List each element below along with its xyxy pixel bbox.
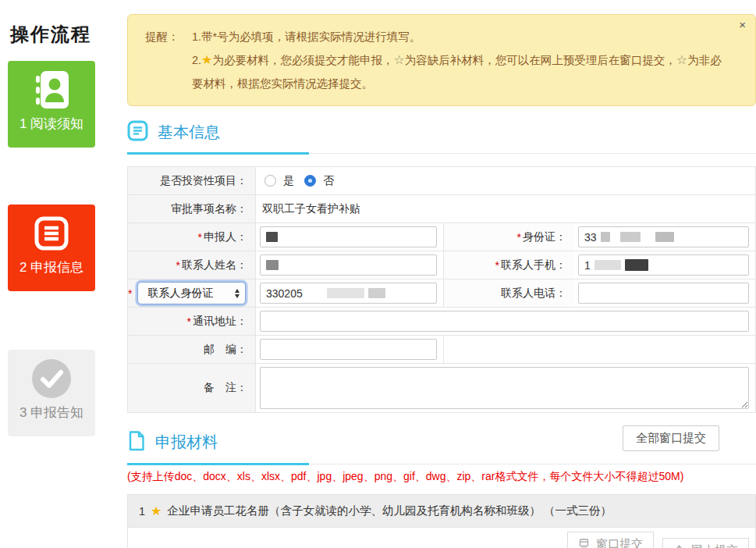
upload-icon (673, 544, 685, 548)
zipcode-input[interactable] (260, 339, 437, 360)
contact-id-label-cell: * 联系人身份证 (128, 279, 256, 307)
check-circle-icon (8, 350, 95, 401)
solid-star-icon: ★ (151, 504, 161, 518)
step-read-instructions[interactable]: 1 阅读须知 (8, 61, 95, 148)
basic-info-form: 是否投资性项目： 是 否 审批事项名称： 双职工子女看护补贴 *申报人： (127, 166, 756, 413)
hollow-star-icon: ☆ (393, 53, 404, 66)
redacted-block (368, 288, 385, 298)
step-declare-label: 2 申报信息 (8, 258, 95, 276)
materials-table: 1 ★ 企业申请员工花名册（含子女就读的小学、幼儿园及托育机构名称和班级） （一… (127, 494, 756, 548)
contact-mobile-visible-value: 1 (584, 259, 591, 272)
radio-yes-label: 是 (283, 174, 294, 188)
redacted-block (266, 232, 278, 242)
form-row-address: *通讯地址： (128, 308, 755, 336)
item-name-value: 双职工子女看护补贴 (256, 195, 755, 222)
notes-icon (127, 120, 148, 144)
contact-mobile-input[interactable]: 1 (578, 254, 749, 276)
zipcode-label: 邮 编： (128, 336, 256, 363)
main-content: × 提醒： 1.带*号为必填项，请根据实际情况进行填写。 2.★为必要材料，您必… (127, 0, 756, 548)
step-declare-info[interactable]: 2 申报信息 (8, 205, 95, 291)
contact-name-label-text: 联系人姓名： (182, 258, 247, 272)
remark-textarea[interactable] (260, 367, 749, 409)
reminder-line1: 1.带*号为必填项，请根据实际情况进行填写。 (192, 25, 732, 48)
required-mark: * (198, 231, 202, 244)
reminder-notice: × 提醒： 1.带*号为必填项，请根据实际情况进行填写。 2.★为必要材料，您必… (127, 14, 756, 106)
reminder-body: 1.带*号为必填项，请根据实际情况进行填写。 2.★为必要材料，您必须提交才能申… (192, 25, 732, 95)
form-row-investment: 是否投资性项目： 是 否 (128, 167, 755, 195)
submit-all-window-button[interactable]: 全部窗口提交 (623, 425, 719, 451)
document-list-icon (8, 205, 95, 256)
id-card-input[interactable]: 33 (578, 226, 749, 247)
materials-title: 申报材料 (155, 432, 218, 453)
radio-no-label: 否 (323, 174, 334, 188)
reminder-line2-text: 为必要材料，您必须提交才能申报， (212, 54, 393, 66)
investment-radio-group: 是 否 (260, 174, 337, 188)
close-icon[interactable]: × (739, 19, 746, 30)
redacted-block (595, 260, 621, 270)
id-card-label-text: 身份证： (523, 230, 566, 244)
required-mark: * (517, 231, 521, 244)
contact-phone-input[interactable] (578, 283, 749, 304)
contact-mobile-label-text: 联系人手机： (501, 258, 566, 272)
id-card-visible-value: 33 (584, 231, 597, 244)
redacted-block (266, 260, 279, 270)
online-submit-button[interactable]: 网上提交 (662, 538, 749, 548)
reminder-line2-text: 2. (192, 54, 201, 66)
address-input[interactable] (260, 311, 749, 332)
required-mark: * (176, 259, 180, 272)
select-updown-icon (235, 289, 240, 298)
window-icon (578, 538, 590, 548)
declarant-input[interactable] (260, 226, 437, 247)
step-declare-notify[interactable]: 3 申报告知 (8, 350, 95, 436)
process-sidebar: 操作流程 1 阅读须知 2 申报信息 (0, 0, 119, 548)
reminder-line2-text: 为容缺后补材料，您可以在网上预受理后在窗口提交， (405, 54, 676, 66)
upload-format-hint: (支持上传doc、docx、xls、xlsx、pdf、jpg、jpeg、png、… (127, 470, 756, 484)
item-name-label: 审批事项名称： (128, 195, 256, 222)
redacted-block (625, 259, 648, 271)
radio-yes[interactable] (264, 175, 276, 187)
form-row-zipcode: 邮 编： (128, 336, 755, 364)
required-mark: * (128, 287, 132, 300)
basic-info-title: 基本信息 (158, 122, 220, 143)
hollow-star-icon: ☆ (676, 53, 687, 66)
contact-name-label: *联系人姓名： (128, 251, 256, 279)
radio-no[interactable] (304, 175, 316, 187)
online-submit-label: 网上提交 (691, 543, 738, 548)
material-name: 企业申请员工花名册（含子女就读的小学、幼儿园及托育机构名称和班级） （一式三份） (167, 504, 612, 518)
material-item-row: 1 ★ 企业申请员工花名册（含子女就读的小学、幼儿园及托育机构名称和班级） （一… (128, 495, 755, 528)
window-submit-label: 窗口提交 (596, 537, 643, 548)
contact-mobile-label: *联系人手机： (443, 251, 574, 279)
materials-header: 申报材料 全部窗口提交 (127, 424, 756, 464)
page-icon (127, 430, 146, 454)
sidebar-title: 操作流程 (10, 22, 91, 47)
step-read-label: 1 阅读须知 (8, 115, 95, 133)
required-mark: * (187, 315, 191, 328)
redacted-block (601, 232, 610, 242)
basic-info-header: 基本信息 (127, 114, 756, 154)
contact-name-input[interactable] (260, 254, 437, 276)
id-card-label: *身份证： (443, 223, 574, 251)
reminder-line2: 2.★为必要材料，您必须提交才能申报，☆为容缺后补材料，您可以在网上预受理后在窗… (192, 48, 732, 95)
material-index: 1 (139, 505, 145, 518)
contact-id-type-value: 联系人身份证 (147, 286, 213, 301)
remark-label: 备 注： (128, 364, 256, 412)
step-notify-label: 3 申报告知 (8, 404, 95, 422)
form-row-contact-name: *联系人姓名： *联系人手机： 1 (128, 251, 755, 279)
declarant-label-text: 申报人： (204, 230, 247, 244)
contact-id-visible-value: 330205 (266, 287, 303, 300)
contact-id-input[interactable]: 330205 (260, 283, 437, 304)
declarant-label: *申报人： (128, 223, 256, 251)
required-mark: * (495, 259, 499, 272)
solid-star-icon: ★ (201, 53, 212, 66)
contact-phone-label: 联系人电话： (443, 279, 574, 307)
address-label: *通讯地址： (128, 308, 256, 335)
contact-book-icon (8, 61, 95, 112)
empty-cell (443, 336, 755, 363)
window-submit-button[interactable]: 窗口提交 (567, 532, 654, 548)
redacted-block (620, 232, 641, 242)
redacted-block (327, 288, 364, 298)
contact-id-type-select[interactable]: 联系人身份证 (137, 282, 246, 304)
address-label-text: 通讯地址： (193, 315, 247, 329)
reminder-label: 提醒： (145, 25, 192, 95)
form-row-contact-id: * 联系人身份证 330205 联系人电话： (128, 279, 755, 308)
